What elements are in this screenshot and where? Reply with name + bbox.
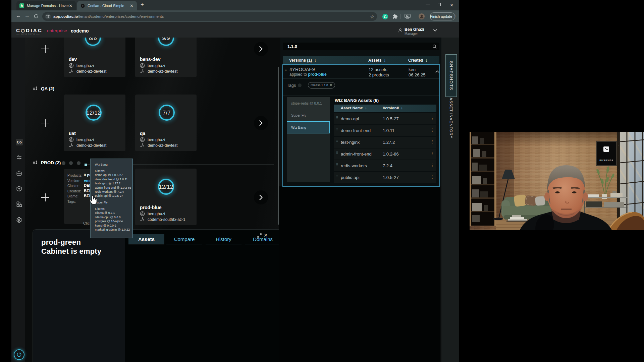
svg-text:RIVERSIDE: RIVERSIDE [599,159,613,161]
svg-text:G: G [384,15,387,19]
svg-text:h: h [21,4,23,8]
